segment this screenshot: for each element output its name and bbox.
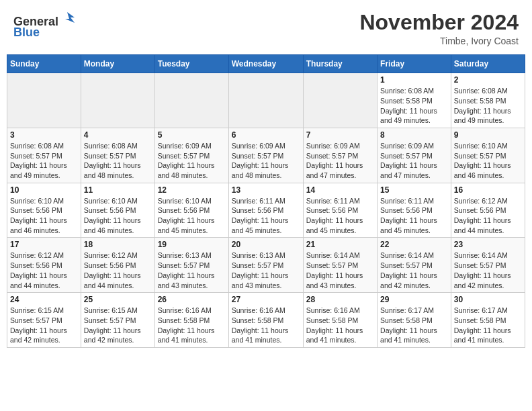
- day-info: Sunrise: 6:09 AM Sunset: 5:57 PM Dayligh…: [158, 141, 226, 181]
- month-title: November 2024: [359, 11, 519, 34]
- day-number: 19: [158, 240, 226, 249]
- day-number: 10: [10, 185, 78, 195]
- calendar-cell: 19Sunrise: 6:13 AM Sunset: 5:57 PM Dayli…: [154, 238, 228, 293]
- calendar-cell: 6Sunrise: 6:09 AM Sunset: 5:57 PM Daylig…: [228, 128, 303, 183]
- calendar-cell: 13Sunrise: 6:11 AM Sunset: 5:56 PM Dayli…: [228, 183, 303, 238]
- day-number: 25: [84, 295, 152, 304]
- day-number: 7: [306, 130, 374, 140]
- day-number: 1: [380, 75, 448, 85]
- day-info: Sunrise: 6:08 AM Sunset: 5:57 PM Dayligh…: [10, 141, 78, 181]
- day-info: Sunrise: 6:12 AM Sunset: 5:56 PM Dayligh…: [10, 250, 78, 290]
- calendar-cell: 21Sunrise: 6:14 AM Sunset: 5:57 PM Dayli…: [303, 238, 377, 293]
- calendar-header-row: SundayMondayTuesdayWednesdayThursdayFrid…: [7, 55, 525, 73]
- week-row-1: 1Sunrise: 6:08 AM Sunset: 5:58 PM Daylig…: [7, 73, 525, 128]
- calendar-table: SundayMondayTuesdayWednesdayThursdayFrid…: [7, 54, 525, 348]
- page-header: General Blue November 2024 Timbe, Ivory …: [7, 7, 525, 50]
- calendar-cell: 3Sunrise: 6:08 AM Sunset: 5:57 PM Daylig…: [7, 128, 81, 183]
- calendar-cell: [7, 73, 81, 128]
- day-number: 8: [380, 130, 448, 140]
- calendar-cell: 9Sunrise: 6:10 AM Sunset: 5:57 PM Daylig…: [451, 128, 525, 183]
- day-number: 18: [84, 240, 152, 249]
- column-header-tuesday: Tuesday: [154, 55, 228, 73]
- column-header-sunday: Sunday: [7, 55, 81, 73]
- day-info: Sunrise: 6:13 AM Sunset: 5:57 PM Dayligh…: [158, 250, 226, 290]
- location: Timbe, Ivory Coast: [359, 36, 519, 46]
- calendar-cell: 18Sunrise: 6:12 AM Sunset: 5:56 PM Dayli…: [81, 238, 154, 293]
- calendar-cell: 20Sunrise: 6:13 AM Sunset: 5:57 PM Dayli…: [228, 238, 303, 293]
- day-number: 24: [10, 295, 78, 304]
- day-number: 13: [232, 185, 300, 195]
- calendar-cell: 5Sunrise: 6:09 AM Sunset: 5:57 PM Daylig…: [154, 128, 228, 183]
- day-info: Sunrise: 6:10 AM Sunset: 5:56 PM Dayligh…: [158, 196, 226, 236]
- calendar-cell: 17Sunrise: 6:12 AM Sunset: 5:56 PM Dayli…: [7, 238, 81, 293]
- calendar-cell: [228, 73, 303, 128]
- logo: General Blue: [13, 11, 75, 40]
- calendar-cell: 11Sunrise: 6:10 AM Sunset: 5:56 PM Dayli…: [81, 183, 154, 238]
- day-info: Sunrise: 6:08 AM Sunset: 5:57 PM Dayligh…: [84, 141, 152, 181]
- calendar-cell: 8Sunrise: 6:09 AM Sunset: 5:57 PM Daylig…: [378, 128, 451, 183]
- day-info: Sunrise: 6:10 AM Sunset: 5:56 PM Dayligh…: [84, 196, 152, 236]
- calendar-cell: 10Sunrise: 6:10 AM Sunset: 5:56 PM Dayli…: [7, 183, 81, 238]
- title-block: November 2024 Timbe, Ivory Coast: [359, 11, 519, 46]
- logo-bird-icon: [60, 11, 75, 26]
- logo-blue: Blue: [13, 26, 40, 39]
- day-number: 20: [232, 240, 300, 249]
- day-info: Sunrise: 6:14 AM Sunset: 5:57 PM Dayligh…: [454, 250, 522, 290]
- column-header-thursday: Thursday: [303, 55, 377, 73]
- day-info: Sunrise: 6:14 AM Sunset: 5:57 PM Dayligh…: [306, 250, 374, 290]
- day-info: Sunrise: 6:09 AM Sunset: 5:57 PM Dayligh…: [306, 141, 374, 181]
- column-header-friday: Friday: [378, 55, 451, 73]
- calendar-cell: 30Sunrise: 6:17 AM Sunset: 5:58 PM Dayli…: [451, 293, 525, 348]
- column-header-saturday: Saturday: [451, 55, 525, 73]
- day-info: Sunrise: 6:12 AM Sunset: 5:56 PM Dayligh…: [84, 250, 152, 290]
- day-info: Sunrise: 6:09 AM Sunset: 5:57 PM Dayligh…: [380, 141, 448, 181]
- column-header-wednesday: Wednesday: [228, 55, 303, 73]
- day-info: Sunrise: 6:12 AM Sunset: 5:56 PM Dayligh…: [454, 196, 522, 236]
- day-number: 16: [454, 185, 522, 195]
- day-info: Sunrise: 6:10 AM Sunset: 5:57 PM Dayligh…: [454, 141, 522, 181]
- day-info: Sunrise: 6:13 AM Sunset: 5:57 PM Dayligh…: [232, 250, 300, 290]
- day-number: 29: [380, 295, 448, 304]
- day-number: 17: [10, 240, 78, 249]
- calendar-cell: 16Sunrise: 6:12 AM Sunset: 5:56 PM Dayli…: [451, 183, 525, 238]
- day-number: 30: [454, 295, 522, 304]
- day-info: Sunrise: 6:08 AM Sunset: 5:58 PM Dayligh…: [454, 86, 522, 126]
- week-row-5: 24Sunrise: 6:15 AM Sunset: 5:57 PM Dayli…: [7, 293, 525, 348]
- day-number: 11: [84, 185, 152, 195]
- calendar-cell: 25Sunrise: 6:15 AM Sunset: 5:57 PM Dayli…: [81, 293, 154, 348]
- day-number: 4: [84, 130, 152, 140]
- day-info: Sunrise: 6:16 AM Sunset: 5:58 PM Dayligh…: [306, 306, 374, 345]
- calendar-cell: 27Sunrise: 6:16 AM Sunset: 5:58 PM Dayli…: [228, 293, 303, 348]
- svg-marker-0: [65, 12, 75, 23]
- day-info: Sunrise: 6:16 AM Sunset: 5:58 PM Dayligh…: [158, 306, 226, 345]
- week-row-3: 10Sunrise: 6:10 AM Sunset: 5:56 PM Dayli…: [7, 183, 525, 238]
- day-number: 5: [158, 130, 226, 140]
- day-info: Sunrise: 6:14 AM Sunset: 5:57 PM Dayligh…: [380, 250, 448, 290]
- day-number: 22: [380, 240, 448, 249]
- calendar-cell: 23Sunrise: 6:14 AM Sunset: 5:57 PM Dayli…: [451, 238, 525, 293]
- week-row-2: 3Sunrise: 6:08 AM Sunset: 5:57 PM Daylig…: [7, 128, 525, 183]
- day-number: 21: [306, 240, 374, 249]
- day-number: 23: [454, 240, 522, 249]
- week-row-4: 17Sunrise: 6:12 AM Sunset: 5:56 PM Dayli…: [7, 238, 525, 293]
- day-info: Sunrise: 6:09 AM Sunset: 5:57 PM Dayligh…: [232, 141, 300, 181]
- calendar-cell: 4Sunrise: 6:08 AM Sunset: 5:57 PM Daylig…: [81, 128, 154, 183]
- calendar-cell: 26Sunrise: 6:16 AM Sunset: 5:58 PM Dayli…: [154, 293, 228, 348]
- calendar-cell: 15Sunrise: 6:11 AM Sunset: 5:56 PM Dayli…: [378, 183, 451, 238]
- day-info: Sunrise: 6:11 AM Sunset: 5:56 PM Dayligh…: [306, 196, 374, 236]
- day-info: Sunrise: 6:15 AM Sunset: 5:57 PM Dayligh…: [10, 306, 78, 345]
- calendar-cell: [154, 73, 228, 128]
- day-number: 3: [10, 130, 78, 140]
- calendar-cell: 28Sunrise: 6:16 AM Sunset: 5:58 PM Dayli…: [303, 293, 377, 348]
- day-info: Sunrise: 6:08 AM Sunset: 5:58 PM Dayligh…: [380, 86, 448, 126]
- day-number: 28: [306, 295, 374, 304]
- day-info: Sunrise: 6:16 AM Sunset: 5:58 PM Dayligh…: [232, 306, 300, 345]
- day-info: Sunrise: 6:11 AM Sunset: 5:56 PM Dayligh…: [380, 196, 448, 236]
- day-number: 6: [232, 130, 300, 140]
- calendar-cell: [81, 73, 154, 128]
- calendar-cell: 14Sunrise: 6:11 AM Sunset: 5:56 PM Dayli…: [303, 183, 377, 238]
- calendar-cell: 22Sunrise: 6:14 AM Sunset: 5:57 PM Dayli…: [378, 238, 451, 293]
- day-info: Sunrise: 6:10 AM Sunset: 5:56 PM Dayligh…: [10, 196, 78, 236]
- day-number: 27: [232, 295, 300, 304]
- calendar-cell: 29Sunrise: 6:17 AM Sunset: 5:58 PM Dayli…: [378, 293, 451, 348]
